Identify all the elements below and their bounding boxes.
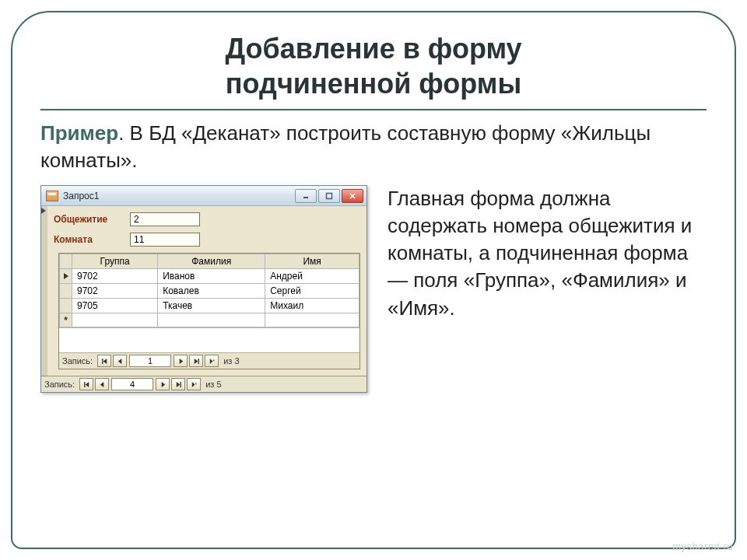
slide-title: Добавление в форму подчиненной формы [40,31,707,101]
watermark: myshared.ru [672,541,733,552]
svg-marker-14 [100,382,103,387]
nav-first-button[interactable] [97,355,111,367]
maximize-button[interactable] [318,189,340,203]
window-titlebar[interactable]: Запрос1 [41,186,366,206]
svg-marker-8 [194,359,198,364]
title-underline [40,109,707,110]
nav-current[interactable]: 1 [129,355,171,367]
window-title: Запрос1 [63,191,295,201]
col-header-group[interactable]: Группа [72,254,158,269]
cell-empty[interactable] [158,313,265,327]
close-button[interactable] [342,189,363,203]
cell-group[interactable]: 9702 [72,269,158,284]
field-row-dorm: Общежитие [54,212,360,226]
svg-marker-13 [85,382,89,387]
title-line-2: подчиненной формы [226,68,521,100]
svg-marker-15 [161,382,165,387]
row-selector-header [60,254,72,269]
nav-prev-button[interactable] [95,378,109,390]
col-header-firstname[interactable]: Имя [265,254,359,269]
room-input[interactable] [130,233,200,247]
row-selector[interactable] [60,299,72,313]
nav-last-button[interactable] [189,355,203,367]
cell-firstname[interactable]: Михаил [265,299,359,313]
nav-next-button[interactable] [156,378,170,390]
col-header-lastname[interactable]: Фамилия [158,254,265,269]
svg-marker-7 [179,359,183,364]
cell-group[interactable]: 9702 [72,284,158,299]
nav-prev-button[interactable] [113,355,127,367]
table-row-new[interactable] [60,313,359,327]
subform-table: Группа Фамилия Имя 9702 Иванов Андрей [59,254,359,327]
window-controls [295,189,363,203]
subform: Группа Фамилия Имя 9702 Иванов Андрей [58,253,360,369]
nav-current[interactable]: 4 [111,378,153,390]
form-body: Общежитие Комната Группа Фамилия Имя [41,206,366,376]
cell-group[interactable]: 9705 [72,299,158,313]
svg-marker-5 [103,359,107,364]
cell-lastname[interactable]: Ковалев [158,284,265,299]
minimize-button[interactable] [295,189,317,203]
row-selector-current[interactable] [60,269,72,284]
table-row[interactable]: 9702 Иванов Андрей [60,269,359,284]
dorm-input[interactable] [130,212,200,226]
cell-empty[interactable] [265,313,359,327]
slide-frame: Добавление в форму подчиненной формы При… [11,11,736,549]
nav-label: Запись: [44,380,75,389]
current-record-icon [41,208,46,214]
row-selector[interactable] [60,284,72,299]
svg-marker-6 [117,359,121,364]
access-window: Запрос1 Общежитие [40,185,367,393]
room-label: Комната [54,234,119,245]
example-line: Пример. В БД «Деканат» построить составн… [40,120,707,174]
content-row: Запрос1 Общежитие [40,185,707,393]
svg-rect-1 [327,193,332,198]
dorm-label: Общежитие [54,214,119,225]
row-selector-new[interactable] [60,313,72,327]
nav-next-button[interactable] [174,355,188,367]
subform-blank-area [59,327,359,352]
table-row[interactable]: 9702 Ковалев Сергей [60,284,359,299]
cell-firstname[interactable]: Сергей [265,284,359,299]
cell-lastname[interactable]: Иванов [158,269,265,284]
form-navbar: Запись: 4 * из 5 [41,376,366,392]
nav-label: Запись: [62,356,93,366]
nav-of: из 3 [223,356,239,366]
example-label: Пример [40,121,118,145]
svg-text:*: * [195,382,197,387]
svg-text:*: * [212,359,215,364]
nav-new-button[interactable]: * [205,355,219,367]
nav-last-button[interactable] [171,378,185,390]
table-header-row: Группа Фамилия Имя [60,254,359,269]
example-text: . В БД «Деканат» построить составную фор… [40,121,651,172]
nav-new-button[interactable]: * [187,378,201,390]
field-row-room: Комната [54,233,360,247]
cell-empty[interactable] [72,313,158,327]
nav-first-button[interactable] [79,378,93,390]
title-line-1: Добавление в форму [225,33,521,65]
record-selector[interactable] [41,206,47,376]
subform-navbar: Запись: 1 * из 3 [59,352,359,369]
svg-marker-16 [176,382,180,387]
nav-of: из 5 [205,380,221,389]
description-text: Главная форма должна содержать номера об… [388,185,707,321]
cell-firstname[interactable]: Андрей [265,269,359,284]
cell-lastname[interactable]: Ткачев [158,299,265,313]
form-icon [46,191,58,201]
table-row[interactable]: 9705 Ткачев Михаил [60,299,359,313]
